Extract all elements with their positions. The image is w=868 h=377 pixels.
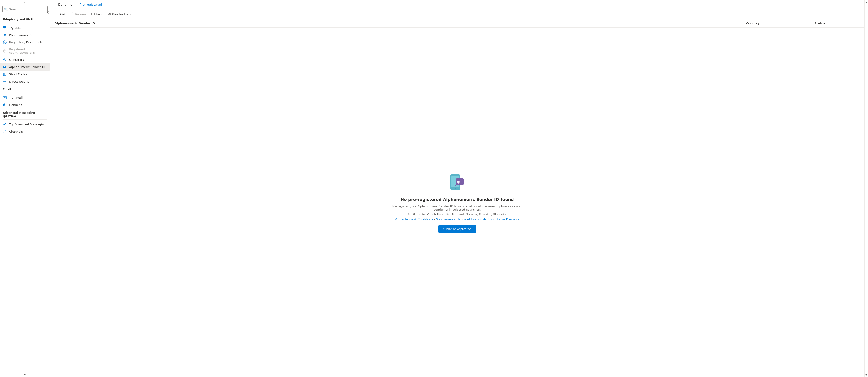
section-header-advanced-messaging: Advanced Messaging (preview) bbox=[0, 109, 50, 119]
sidebar-item-label-try-email: Try Email bbox=[9, 96, 23, 99]
give-feedback-icon bbox=[107, 12, 111, 16]
sidebar-item-operators[interactable]: Operators bbox=[0, 56, 50, 63]
empty-state-description1: Pre-register your Alphanumeric Sender ID… bbox=[389, 205, 526, 211]
sidebar-item-try-advanced-messaging[interactable]: Try Advanced Messaging bbox=[0, 121, 50, 128]
table-header: Alphanumeric Sender ID Country Status bbox=[50, 19, 864, 28]
sidebar-item-label-try-sms: Try SMS bbox=[9, 26, 21, 30]
release-icon bbox=[70, 12, 74, 16]
sidebar-search-container: 🔍 bbox=[0, 4, 50, 14]
get-button[interactable]: + Get bbox=[55, 11, 67, 17]
sidebar-item-label-channels: Channels bbox=[9, 130, 23, 133]
svg-point-11 bbox=[108, 13, 109, 14]
sidebar-item-label-operators: Operators bbox=[9, 58, 24, 61]
try-advanced-messaging-icon bbox=[3, 122, 7, 126]
get-button-label: Get bbox=[60, 12, 65, 16]
svg-rect-7 bbox=[3, 96, 6, 99]
sidebar-item-label-direct-routing: Direct routing bbox=[9, 80, 30, 83]
sidebar-item-label-short-codes: Short Codes bbox=[9, 72, 27, 76]
sidebar-item-short-codes[interactable]: Short Codes bbox=[0, 70, 50, 78]
section-divider-advanced-messaging bbox=[3, 119, 47, 120]
search-input[interactable] bbox=[2, 6, 48, 12]
empty-state-links: Azure Terms & Conditions - Supplemental … bbox=[395, 218, 519, 221]
help-button-label: Help bbox=[96, 12, 102, 16]
registered-countries-icon bbox=[3, 49, 7, 53]
submit-application-button[interactable]: Submit an application bbox=[438, 226, 476, 233]
sidebar-item-registered-countries: Registered countries/regions bbox=[0, 46, 50, 56]
section-header-telephony: Telephony and SMS bbox=[0, 15, 50, 22]
give-feedback-button-label: Give feedback bbox=[112, 12, 131, 16]
section-header-email: Email bbox=[0, 85, 50, 92]
tabs-bar: Dynamic Pre-registered bbox=[50, 0, 864, 9]
column-header-alphanumeric-sender-id: Alphanumeric Sender ID bbox=[55, 22, 746, 25]
sidebar-item-regulatory-docs[interactable]: Regulatory Documents bbox=[0, 39, 50, 46]
help-button[interactable]: Help bbox=[89, 11, 104, 17]
operators-icon bbox=[3, 58, 7, 62]
scrollbar-down-arrow[interactable]: ▼ bbox=[865, 373, 868, 377]
sidebar-item-label-alphanumeric-sender-id: Alphanumeric Sender ID bbox=[9, 65, 45, 69]
column-header-country: Country bbox=[746, 22, 814, 25]
try-sms-icon bbox=[3, 26, 7, 30]
search-icon: 🔍 bbox=[4, 8, 7, 11]
try-email-icon bbox=[3, 95, 7, 100]
phone-numbers-icon: # bbox=[3, 33, 7, 37]
domains-icon bbox=[3, 103, 7, 107]
channels-icon bbox=[3, 129, 7, 134]
get-icon: + bbox=[57, 12, 59, 16]
empty-state-illustration: ABC 123 bbox=[447, 172, 468, 193]
svg-rect-4 bbox=[4, 66, 4, 67]
release-button[interactable]: Release bbox=[68, 11, 88, 17]
help-icon bbox=[91, 12, 95, 16]
sidebar-item-domains[interactable]: Domains bbox=[0, 101, 50, 109]
sidebar-content: Telephony and SMS Try SMS # Phone number… bbox=[0, 14, 50, 373]
svg-rect-6 bbox=[3, 73, 6, 76]
svg-rect-10 bbox=[92, 13, 94, 15]
main-content: Dynamic Pre-registered + Get Release Hel… bbox=[50, 0, 864, 377]
sidebar: ▲ 🔍 Telephony and SMS Try SMS # Phone nu… bbox=[0, 0, 50, 377]
right-scrollbar: ▲ ▼ bbox=[864, 0, 868, 377]
release-button-label: Release bbox=[75, 12, 86, 16]
sidebar-item-label-domains: Domains bbox=[9, 103, 22, 107]
sidebar-item-try-email[interactable]: Try Email bbox=[0, 94, 50, 101]
column-header-status: Status bbox=[814, 22, 860, 25]
sidebar-collapse-button[interactable] bbox=[46, 9, 50, 16]
section-divider-email bbox=[3, 93, 47, 93]
give-feedback-button[interactable]: Give feedback bbox=[105, 11, 133, 17]
tab-dynamic[interactable]: Dynamic bbox=[55, 0, 76, 9]
svg-rect-5 bbox=[4, 67, 5, 67]
supplemental-terms-link[interactable]: Supplemental Terms of Use for Microsoft … bbox=[436, 218, 519, 221]
empty-state-description2: Available for Czech Republic, Finaland, … bbox=[408, 213, 507, 216]
sidebar-item-direct-routing[interactable]: Direct routing bbox=[0, 78, 50, 85]
svg-point-15 bbox=[455, 188, 456, 189]
section-divider-telephony bbox=[3, 23, 47, 23]
sidebar-item-channels[interactable]: Channels bbox=[0, 128, 50, 135]
scroll-up-arrow[interactable]: ▲ bbox=[0, 0, 50, 4]
empty-state: ABC 123 No pre-registered Alphanumeric S… bbox=[50, 28, 864, 377]
empty-state-title: No pre-registered Alphanumeric Sender ID… bbox=[400, 197, 514, 202]
short-codes-icon bbox=[3, 72, 7, 76]
azure-terms-link[interactable]: Azure Terms & Conditions bbox=[395, 218, 433, 221]
sidebar-item-alphanumeric-sender-id[interactable]: Alphanumeric Sender ID bbox=[0, 63, 50, 70]
sidebar-item-phone-numbers[interactable]: # Phone numbers bbox=[0, 31, 50, 39]
scrollbar-up-arrow[interactable]: ▲ bbox=[865, 0, 868, 4]
sidebar-item-try-sms[interactable]: Try SMS bbox=[0, 24, 50, 31]
sidebar-item-label-registered-countries: Registered countries/regions bbox=[9, 48, 47, 54]
svg-point-2 bbox=[4, 60, 5, 61]
direct-routing-icon bbox=[3, 79, 7, 84]
svg-text:123: 123 bbox=[457, 182, 461, 184]
sidebar-item-label-phone-numbers: Phone numbers bbox=[9, 33, 32, 37]
sidebar-item-label-regulatory-docs: Regulatory Documents bbox=[9, 41, 43, 44]
tab-pre-registered[interactable]: Pre-registered bbox=[76, 0, 106, 9]
toolbar: + Get Release Help Give feedback bbox=[50, 9, 864, 19]
svg-point-12 bbox=[110, 13, 110, 14]
scroll-down-arrow[interactable]: ▼ bbox=[0, 373, 50, 377]
regulatory-docs-icon bbox=[3, 40, 7, 45]
svg-rect-9 bbox=[71, 13, 73, 15]
alphanumeric-sender-id-icon bbox=[3, 65, 7, 69]
sidebar-item-label-try-advanced-messaging: Try Advanced Messaging bbox=[9, 123, 46, 126]
